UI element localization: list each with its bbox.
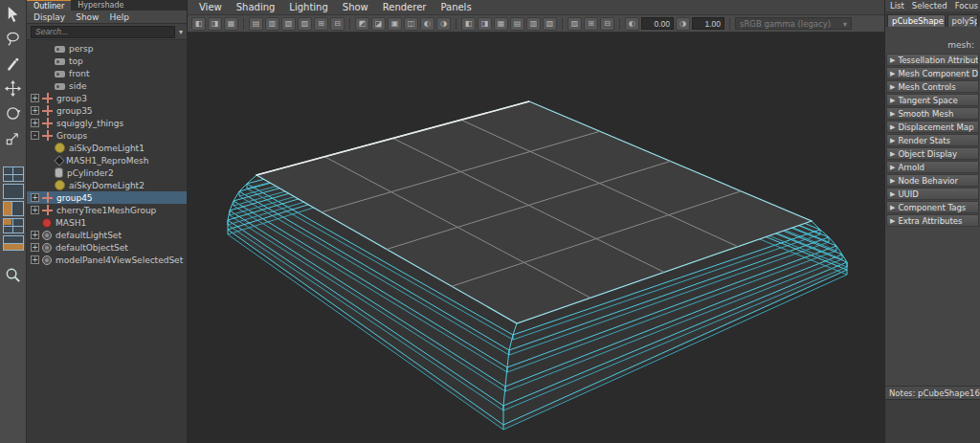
wireframe-display-icon[interactable]: ◐ [420, 17, 434, 31]
outliner-item-aiSkyDomeLight2[interactable]: aiSkyDomeLight2 [27, 179, 187, 191]
two-pane-layout[interactable] [3, 184, 24, 199]
field-chart-icon[interactable]: ◪ [371, 17, 386, 31]
image-plane-icon[interactable]: ▤ [249, 17, 263, 31]
rotate-tool[interactable] [2, 102, 25, 124]
viewport-menu-shading[interactable]: Shading [236, 2, 276, 12]
use-all-lights-icon[interactable]: ◨ [478, 17, 492, 31]
outliner-item-MASH1[interactable]: MASH1 [27, 216, 187, 229]
multisample-aa-icon[interactable]: ▧ [543, 17, 557, 31]
viewport-menu-panels[interactable]: Panels [440, 2, 471, 12]
outliner-item-group3[interactable]: +group3 [27, 92, 187, 104]
outliner-item-front[interactable]: front [27, 67, 187, 79]
expander-icon[interactable]: + [31, 106, 39, 115]
exposure-icon[interactable]: ◐ [625, 17, 639, 31]
grid-display-icon[interactable]: ▨ [298, 17, 312, 31]
section-smooth-mesh[interactable]: ▶Smooth Mesh [886, 107, 979, 120]
move-tool[interactable] [2, 78, 25, 100]
2d-pan-zoom-icon[interactable]: ▥ [265, 17, 279, 31]
outliner-tab-hypershade[interactable]: Hypershade [71, 0, 130, 11]
outliner-item-top[interactable]: top [27, 55, 187, 67]
gamma-field[interactable] [692, 17, 724, 30]
attribute-editor-menu-selected[interactable]: Selected [912, 1, 947, 11]
safe-action-icon[interactable]: ▣ [388, 17, 402, 31]
viewport-menu-view[interactable]: View [199, 2, 222, 12]
outliner-item-side[interactable]: side [27, 79, 187, 92]
depth-of-field-icon[interactable]: ▨ [568, 17, 582, 31]
persp-graph-layout[interactable] [3, 235, 24, 251]
section-object-display[interactable]: ▶Object Display [886, 147, 979, 160]
outliner-item-cherryTree1MeshGroup[interactable]: +cherryTree1MeshGroup [27, 204, 187, 216]
next-view-icon[interactable]: ◨ [208, 17, 222, 31]
search-input[interactable] [31, 26, 175, 38]
magnifier-icon[interactable] [2, 264, 25, 286]
viewport-menu-lighting[interactable]: Lighting [289, 2, 327, 12]
section-tessellation-attributes[interactable]: ▶Tessellation Attributes [886, 54, 979, 66]
section-displacement-map[interactable]: ▶Displacement Map [886, 121, 979, 133]
outliner-tab-outliner[interactable]: Outliner [27, 0, 71, 11]
expander-icon[interactable]: - [31, 131, 39, 140]
bookmark-view-icon[interactable]: ▦ [224, 17, 238, 31]
viewport-3d-canvas[interactable] [188, 33, 884, 443]
expander-icon[interactable]: + [31, 243, 39, 252]
outliner-item-modelPanel4ViewSelectedSet[interactable]: +modelPanel4ViewSelectedSet [27, 254, 187, 266]
view-transform-dropdown[interactable]: sRGB gamma (legacy)▾ [735, 17, 852, 30]
resolution-gate-icon[interactable]: ⊟ [330, 17, 345, 31]
exposure-field[interactable] [641, 17, 674, 30]
attribute-tab-polySp[interactable]: polySp [947, 14, 978, 27]
scale-tool[interactable] [2, 127, 25, 149]
previous-view-icon[interactable]: ◧ [191, 17, 206, 31]
section-mesh-component-display[interactable]: ▶Mesh Component Display [886, 67, 979, 79]
film-gate-icon[interactable]: ⊞ [314, 17, 328, 31]
grease-pencil-icon[interactable]: ▧ [281, 17, 296, 31]
viewport-menu-renderer[interactable]: Renderer [383, 2, 427, 12]
shaded-display-icon[interactable]: ◑ [436, 17, 451, 31]
paint-select-tool[interactable] [2, 53, 25, 75]
motion-blur-icon[interactable]: ▥ [526, 17, 541, 31]
section-component-tags[interactable]: ▶Component Tags [886, 201, 979, 213]
outliner-menu-show[interactable]: Show [76, 12, 99, 22]
outliner-item-group35[interactable]: +group35 [27, 104, 187, 117]
attribute-tab-pCubeShape16[interactable]: pCubeShape16 [887, 14, 946, 27]
expander-icon[interactable]: + [31, 206, 39, 214]
gate-mask-icon[interactable]: ◩ [355, 17, 369, 31]
outliner-item-Groups[interactable]: -Groups [27, 129, 187, 142]
section-tangent-space[interactable]: ▶Tangent Space [886, 94, 979, 106]
four-view-layout[interactable] [3, 218, 24, 233]
gamma-icon[interactable]: ◑ [676, 17, 690, 31]
outliner-item-pCylinder2[interactable]: pCylinder2 [27, 166, 187, 179]
expander-icon[interactable]: + [31, 193, 39, 202]
outliner-item-MASH1_ReproMesh[interactable]: MASH1_ReproMesh [27, 154, 187, 166]
expander-icon[interactable]: + [31, 231, 39, 239]
outliner-item-defaultObjectSet[interactable]: +defaultObjectSet [27, 241, 187, 254]
select-tool[interactable] [2, 3, 25, 25]
section-node-behavior[interactable]: ▶Node Behavior [886, 174, 979, 187]
single-perspective-layout[interactable] [3, 166, 24, 182]
viewport-menu-show[interactable]: Show [343, 2, 368, 12]
section-uuid[interactable]: ▶UUID [886, 188, 979, 200]
search-filter-dropdown-icon[interactable]: ▾ [179, 28, 183, 36]
attribute-editor-menu-list[interactable]: List [890, 1, 904, 11]
outliner-item-defaultLightSet[interactable]: +defaultLightSet [27, 229, 187, 241]
outliner-item-group45[interactable]: +group45 [27, 191, 187, 204]
attribute-editor-menu-focus[interactable]: Focus [955, 1, 978, 11]
screen-space-ao-icon[interactable]: ▤ [510, 17, 524, 31]
persp-outliner-layout[interactable] [3, 201, 24, 216]
safe-title-icon[interactable]: ◫ [404, 17, 418, 31]
section-arnold[interactable]: ▶Arnold [886, 161, 979, 173]
expander-icon[interactable]: + [31, 94, 39, 102]
outliner-menu-display[interactable]: Display [33, 12, 65, 22]
expander-icon[interactable]: + [31, 119, 39, 127]
isolate-select-icon[interactable]: ⊞ [584, 17, 598, 31]
notes-text-area[interactable] [885, 399, 980, 443]
outliner-item-squiggly_things[interactable]: +squiggly_things [27, 117, 187, 129]
textured-display-icon[interactable]: ◧ [461, 17, 476, 31]
section-render-stats[interactable]: ▶Render Stats [886, 134, 979, 146]
outliner-menu-help[interactable]: Help [109, 12, 129, 22]
expander-icon[interactable]: + [31, 255, 39, 264]
section-mesh-controls[interactable]: ▶Mesh Controls [886, 80, 979, 93]
shadows-icon[interactable]: ▦ [494, 17, 508, 31]
lasso-tool[interactable] [2, 28, 25, 50]
outliner-item-aiSkyDomeLight1[interactable]: aiSkyDomeLight1 [27, 142, 187, 154]
section-extra-attributes[interactable]: ▶Extra Attributes [886, 214, 979, 227]
x-ray-icon[interactable]: ⊟ [600, 17, 614, 31]
